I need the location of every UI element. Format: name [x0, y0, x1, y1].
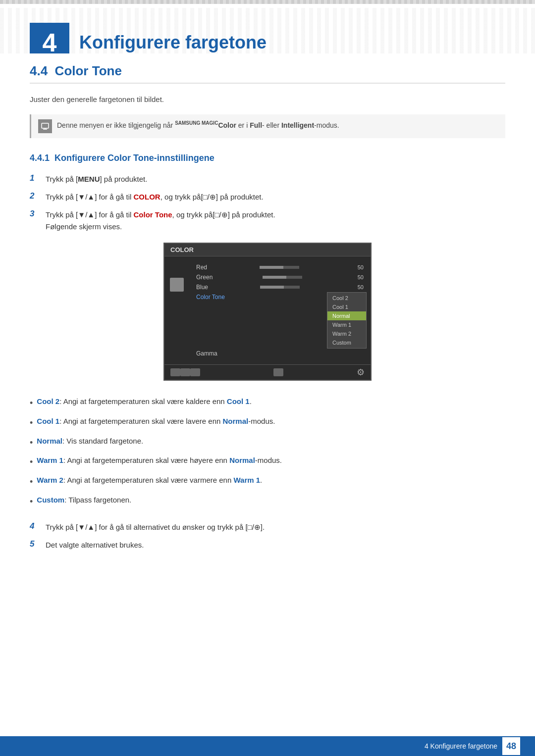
monitor-container: COLOR Red 50 Green 50 — [30, 243, 505, 381]
monitor-screen: COLOR Red 50 Green 50 — [163, 243, 372, 381]
step-text-2: Trykk på [▼/▲] for å gå til COLOR, og tr… — [46, 191, 264, 203]
note-box: Denne menyen er ikke tilgjengelig når SA… — [30, 114, 505, 138]
submenu-warm1: Warm 1 — [327, 320, 366, 329]
bullet-normal: • Normal: Vis standard fargetone. — [30, 435, 505, 450]
bullet-list: • Cool 2: Angi at fargetemperaturen skal… — [30, 396, 505, 509]
bullet-cool2: • Cool 2: Angi at fargetemperaturen skal… — [30, 396, 505, 410]
footer-icon-3 — [190, 368, 200, 376]
color-icon — [170, 278, 184, 292]
section-description: Juster den generelle fargetonen til bild… — [30, 94, 505, 105]
menu-item-gamma: Gamma — [193, 349, 367, 358]
footer-icon-5: ⚙ — [357, 367, 365, 378]
step-1: 1 Trykk på [MENU] på produktet. — [30, 173, 505, 185]
footer-icon-4 — [273, 368, 283, 376]
bullet-cool1: • Cool 1: Angi at fargetemperaturen skal… — [30, 415, 505, 430]
monitor-menu: Red 50 Green 50 Blue 50 — [189, 260, 371, 360]
submenu: Cool 2 Cool 1 Normal Warm 1 Warm 2 Custo… — [327, 292, 367, 349]
section-heading: 4.4 Color Tone — [30, 63, 505, 84]
note-icon — [38, 119, 52, 133]
chapter-number: 4 — [30, 23, 69, 53]
step-number-3: 3 — [30, 209, 40, 219]
svg-rect-0 — [42, 123, 49, 128]
step-2: 2 Trykk på [▼/▲] for å gå til COLOR, og … — [30, 191, 505, 203]
monitor-header: COLOR — [164, 244, 371, 256]
menu-item-green: Green 50 — [193, 272, 367, 282]
bullet-warm2: • Warm 2: Angi at fargetemperaturen skal… — [30, 474, 505, 489]
menu-item-colortone-row: Color Tone Cool 2 Cool 1 Normal Warm 1 W… — [193, 292, 367, 349]
step-text-4: Trykk på [▼/▲] for å gå til alternativet… — [46, 521, 265, 533]
footer-chapter-label: 4 Konfigurere fargetone — [425, 742, 497, 750]
step-text-5: Det valgte alternativet brukes. — [46, 539, 144, 551]
page-footer: 4 Konfigurere fargetone 48 — [0, 736, 535, 756]
footer-icon-2 — [180, 368, 190, 376]
steps-list-2: 4 Trykk på [▼/▲] for å gå til alternativ… — [30, 521, 505, 551]
step-4: 4 Trykk på [▼/▲] for å gå til alternativ… — [30, 521, 505, 533]
top-stripe — [0, 0, 535, 4]
footer-icon-1 — [170, 368, 180, 376]
step-number-1: 1 — [30, 173, 40, 183]
menu-item-blue: Blue 50 — [193, 282, 367, 292]
bullet-custom: • Custom: Tilpass fargetonen. — [30, 494, 505, 509]
step-3: 3 Trykk på [▼/▲] for å gå til Color Tone… — [30, 209, 505, 233]
monitor-footer: ⚙ — [164, 364, 371, 380]
step-5: 5 Det valgte alternativet brukes. — [30, 539, 505, 551]
steps-list: 1 Trykk på [MENU] på produktet. 2 Trykk … — [30, 173, 505, 233]
monitor-left-panel — [164, 260, 189, 360]
submenu-custom: Custom — [327, 338, 366, 347]
bullet-warm1: • Warm 1: Angi at fargetemperaturen skal… — [30, 454, 505, 469]
step-text-1: Trykk på [MENU] på produktet. — [46, 173, 147, 185]
submenu-cool2: Cool 2 — [327, 294, 366, 302]
menu-item-red: Red 50 — [193, 262, 367, 272]
menu-item-colortone: Color Tone — [193, 292, 327, 302]
subsection-heading: 4.4.1 Konfigurere Color Tone-innstilling… — [30, 153, 505, 163]
chapter-title: Konfigurere fargetone — [79, 32, 267, 53]
submenu-warm2: Warm 2 — [327, 329, 366, 338]
step-number-5: 5 — [30, 539, 40, 549]
step-number-4: 4 — [30, 521, 40, 531]
page-number: 48 — [502, 737, 520, 755]
monitor-body: Red 50 Green 50 Blue 50 — [164, 256, 371, 364]
submenu-cool1: Cool 1 — [327, 302, 366, 311]
step-text-3: Trykk på [▼/▲] for å gå til Color Tone, … — [46, 209, 275, 233]
note-text: Denne menyen er ikke tilgjengelig når SA… — [57, 119, 339, 131]
submenu-normal: Normal — [327, 311, 366, 320]
step-number-2: 2 — [30, 191, 40, 201]
